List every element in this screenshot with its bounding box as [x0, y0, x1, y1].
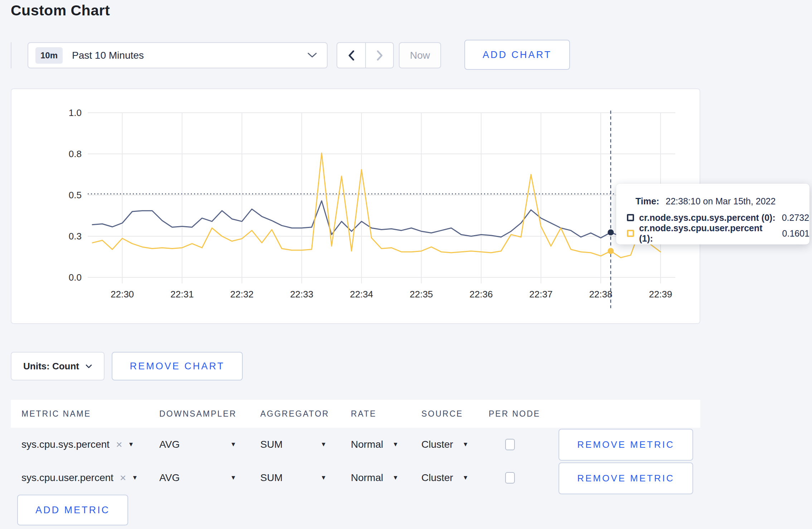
- col-header-rate: RATE: [351, 409, 421, 419]
- clear-metric-icon[interactable]: ×: [120, 472, 126, 484]
- metric-name-value: sys.cpu.sys.percent: [21, 439, 110, 450]
- page-title: Custom Chart: [11, 2, 110, 19]
- col-header-source: SOURCE: [421, 409, 489, 419]
- table-row: sys.cpu.sys.percent × ▼ AVG ▼ SUM ▼ Norm…: [11, 428, 700, 461]
- series-line-user: [92, 153, 661, 258]
- downsampler-value: AVG: [159, 439, 180, 450]
- per-node-checkbox[interactable]: [505, 439, 515, 450]
- caret-down-icon: ▼: [392, 474, 398, 481]
- rate-value: Normal: [351, 439, 383, 450]
- per-node-checkbox[interactable]: [505, 472, 515, 484]
- x-tick-label: 22:38: [589, 289, 612, 300]
- downsampler-dropdown[interactable]: AVG ▼: [159, 439, 236, 450]
- caret-down-icon: ▼: [320, 474, 327, 481]
- units-select[interactable]: Units: Count: [11, 352, 105, 380]
- y-tick-label: 0.5: [69, 190, 82, 200]
- chevron-right-icon: [377, 50, 383, 60]
- metrics-table: METRIC NAME DOWNSAMPLER AGGREGATOR RATE …: [11, 400, 700, 525]
- chevron-down-icon: [308, 53, 317, 58]
- custom-chart-page: Custom Chart 10m Past 10 Minutes Now: [0, 0, 812, 529]
- toolbar-divider: [11, 42, 11, 68]
- source-value: Cluster: [421, 439, 453, 450]
- source-value: Cluster: [421, 472, 453, 484]
- tooltip-series-user-value: 0.1601: [782, 228, 809, 239]
- y-tick-label: 0.3: [69, 231, 82, 242]
- x-tick-label: 22:30: [111, 289, 134, 300]
- rate-value: Normal: [351, 472, 383, 484]
- metric-name-value: sys.cpu.user.percent: [21, 472, 113, 484]
- x-tick-label: 22:33: [290, 289, 313, 300]
- time-range-label: Past 10 Minutes: [72, 50, 308, 61]
- aggregator-dropdown[interactable]: SUM ▼: [260, 439, 327, 450]
- next-time-button[interactable]: [365, 43, 393, 68]
- chevron-left-icon: [348, 50, 354, 60]
- table-row: sys.cpu.user.percent × ▼ AVG ▼ SUM ▼ Nor…: [11, 461, 700, 495]
- y-tick-label: 0.0: [69, 272, 82, 283]
- tooltip-series-sys-label: cr.node.sys.cpu.sys.percent (0):: [639, 213, 775, 223]
- rate-dropdown[interactable]: Normal ▼: [351, 439, 398, 450]
- units-label: Units: Count: [23, 361, 79, 372]
- remove-metric-button[interactable]: REMOVE METRIC: [559, 429, 693, 461]
- tooltip-time-value: 22:38:10 on Mar 15th, 2022: [666, 196, 775, 207]
- caret-down-icon: ▼: [132, 474, 138, 481]
- aggregator-value: SUM: [260, 439, 282, 450]
- x-tick-label: 22:34: [350, 289, 373, 300]
- series-line-sys: [92, 201, 661, 239]
- time-nav-group: [337, 42, 394, 68]
- x-tick-label: 22:39: [649, 289, 672, 300]
- clear-metric-icon[interactable]: ×: [116, 438, 122, 451]
- cpu-chart-svg[interactable]: 0.00.30.50.81.022:3022:3122:3222:3322:34…: [11, 89, 700, 323]
- hover-point-dot: [608, 248, 614, 254]
- now-button[interactable]: Now: [399, 42, 441, 68]
- caret-down-icon: ▼: [392, 441, 398, 448]
- col-header-metric-name: METRIC NAME: [21, 409, 159, 419]
- hover-point-dot: [608, 229, 614, 236]
- remove-chart-button[interactable]: REMOVE CHART: [112, 352, 243, 380]
- chart-tooltip: Time: 22:38:10 on Mar 15th, 2022 cr.node…: [616, 184, 809, 244]
- tooltip-series-sys-value: 0.2732: [782, 213, 809, 223]
- caret-down-icon: ▼: [463, 474, 469, 481]
- rate-dropdown[interactable]: Normal ▼: [351, 472, 398, 484]
- add-metric-button[interactable]: ADD METRIC: [17, 495, 128, 525]
- y-tick-label: 0.8: [69, 149, 82, 159]
- x-tick-label: 22:32: [230, 289, 253, 300]
- metrics-table-header: METRIC NAME DOWNSAMPLER AGGREGATOR RATE …: [11, 400, 700, 428]
- aggregator-dropdown[interactable]: SUM ▼: [260, 472, 327, 484]
- time-range-badge: 10m: [35, 47, 63, 64]
- metric-name-dropdown[interactable]: sys.cpu.user.percent × ▼: [21, 472, 159, 484]
- y-tick-label: 1.0: [69, 107, 82, 118]
- x-tick-label: 22:37: [529, 289, 552, 300]
- caret-down-icon: ▼: [230, 474, 236, 481]
- x-tick-label: 22:35: [410, 289, 433, 300]
- toolbar: 10m Past 10 Minutes Now ADD CHART: [0, 40, 812, 70]
- downsampler-dropdown[interactable]: AVG ▼: [159, 472, 236, 484]
- caret-down-icon: ▼: [230, 441, 236, 448]
- prev-time-button[interactable]: [337, 43, 365, 68]
- x-tick-label: 22:36: [469, 289, 493, 300]
- col-header-aggregator: AGGREGATOR: [260, 409, 351, 419]
- source-dropdown[interactable]: Cluster ▼: [421, 472, 469, 484]
- col-header-downsampler: DOWNSAMPLER: [159, 409, 260, 419]
- caret-down-icon: ▼: [320, 441, 327, 448]
- x-tick-label: 22:31: [170, 289, 194, 300]
- col-header-per-node: PER NODE: [489, 409, 559, 419]
- series-user-swatch-icon: [627, 230, 634, 237]
- chevron-down-icon: [86, 364, 92, 368]
- source-dropdown[interactable]: Cluster ▼: [421, 439, 469, 450]
- tooltip-series-user-label: cr.node.sys.cpu.user.percent (1):: [639, 223, 776, 244]
- remove-metric-button[interactable]: REMOVE METRIC: [559, 462, 693, 494]
- series-sys-swatch-icon: [627, 214, 634, 221]
- add-chart-button[interactable]: ADD CHART: [464, 40, 570, 70]
- downsampler-value: AVG: [159, 472, 180, 484]
- caret-down-icon: ▼: [128, 441, 134, 448]
- chart-card: 0.00.30.50.81.022:3022:3122:3222:3322:34…: [11, 88, 700, 324]
- metric-name-dropdown[interactable]: sys.cpu.sys.percent × ▼: [21, 438, 159, 451]
- aggregator-value: SUM: [260, 472, 282, 484]
- caret-down-icon: ▼: [463, 441, 469, 448]
- tooltip-time-label: Time:: [635, 196, 659, 207]
- time-range-select[interactable]: 10m Past 10 Minutes: [28, 42, 328, 68]
